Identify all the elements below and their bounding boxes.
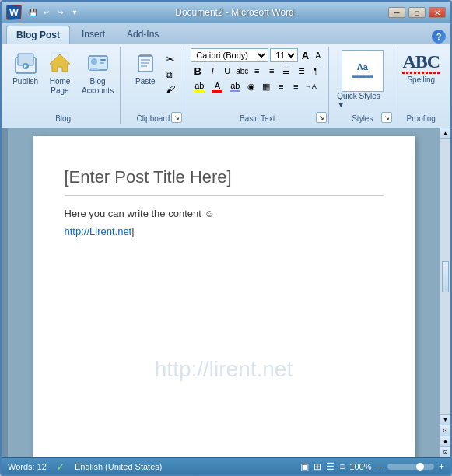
scroll-buttons: ▲ ▼ ⊙ ● ⊙: [440, 128, 450, 457]
document-page: [Enter Post Title Here] Here you can wri…: [33, 136, 415, 457]
publish-button[interactable]: Publish: [9, 48, 42, 89]
scroll-up-button[interactable]: ▲: [440, 128, 450, 139]
document-container: [Enter Post Title Here] Here you can wri…: [2, 128, 450, 457]
watermark: http://lirent.net: [155, 357, 293, 382]
basic-text-expand-button[interactable]: ↘: [316, 112, 327, 123]
cut-icon: ✂: [166, 53, 175, 65]
font-name-row: Calibri (Body) 11 A A: [191, 48, 324, 62]
title-bar-left: W 💾 ↩ ↪ ▼: [6, 5, 81, 20]
svg-point-9: [91, 58, 97, 65]
zoom-decrease-button[interactable]: ─: [376, 461, 383, 472]
bold-button[interactable]: B: [191, 64, 205, 78]
scroll-track-bottom: [440, 294, 450, 415]
paste-label: Paste: [135, 77, 156, 86]
format-painter-button[interactable]: 🖌: [163, 82, 177, 96]
clipboard-small-btns: ✂ ⧉ 🖌: [163, 48, 177, 96]
clipboard-expand-button[interactable]: ↘: [171, 112, 182, 123]
scroll-down-button[interactable]: ▼: [440, 414, 450, 425]
blog-group-label: Blog: [6, 114, 120, 123]
text-effect-button[interactable]: ab: [226, 79, 244, 93]
copy-button[interactable]: ⧉: [163, 68, 177, 82]
word-count: Words: 12: [8, 462, 47, 471]
home-page-icon: [47, 51, 72, 75]
maximize-button[interactable]: □: [408, 7, 426, 18]
styles-group: Aa ▬▬▬ Quick Styles ▼ Styles ↘: [331, 47, 394, 124]
italic-button[interactable]: I: [205, 64, 219, 78]
format-row: B I U abc ≡ ≡ ☰ ≣ ¶: [191, 64, 324, 78]
zoom-increase-button[interactable]: +: [439, 461, 444, 472]
paste-button[interactable]: Paste: [129, 48, 162, 89]
color-row: ab A ab ◉ ▦ ≡ ≡ ↔: [191, 79, 324, 93]
list-button[interactable]: ☰: [279, 64, 293, 78]
minimize-button[interactable]: ─: [388, 7, 405, 18]
status-bar: Words: 12 ✓ English (United States) ▣ ⊞ …: [2, 457, 450, 474]
svg-text:W: W: [9, 8, 19, 19]
spellcheck-icon: ✓: [56, 460, 65, 473]
decrease-font-button[interactable]: A: [313, 48, 324, 62]
increase-font-button[interactable]: A: [300, 48, 310, 62]
align-left-button[interactable]: ≡: [250, 64, 264, 78]
spelling-label: Spelling: [407, 75, 435, 84]
application-window: W 💾 ↩ ↪ ▼ Document2 - Microsoft Word ─ □…: [0, 0, 452, 476]
center-align2-button[interactable]: ≡: [274, 79, 288, 93]
underline-button[interactable]: U: [220, 64, 234, 78]
font-size-select[interactable]: 11: [270, 48, 298, 62]
font-name-select[interactable]: Calibri (Body): [191, 48, 268, 62]
shading-button[interactable]: ◉: [244, 79, 258, 93]
proofing-group: ABC Spelling Proofing: [396, 47, 446, 124]
save-quick-btn[interactable]: 💾: [26, 6, 39, 19]
spelling-button[interactable]: ABC Spelling: [400, 48, 442, 86]
next-page-button[interactable]: ⊙: [440, 446, 450, 457]
borders-button[interactable]: ▦: [259, 79, 273, 93]
format-painter-icon: 🖌: [166, 84, 175, 95]
right-align-button[interactable]: ≡: [289, 79, 303, 93]
clipboard-group: Paste ✂ ⧉ 🖌 Clip: [122, 47, 184, 124]
tab-add-ins[interactable]: Add-Ins: [117, 25, 169, 44]
post-title-placeholder: [Enter Post Title Here]: [65, 167, 384, 196]
view-draft-icon[interactable]: ≡: [339, 461, 345, 472]
view-normal-icon[interactable]: ▣: [300, 461, 309, 472]
indent-button[interactable]: ≣: [294, 64, 308, 78]
tab-blog-post[interactable]: Blog Post: [6, 26, 70, 44]
home-page-button[interactable]: HomePage: [44, 48, 76, 98]
styles-expand-button[interactable]: ↘: [381, 112, 392, 123]
spelling-icon: ABC: [402, 51, 440, 72]
expand-text-button[interactable]: ↔A: [303, 79, 317, 93]
doc-link[interactable]: http://Lirent.net: [65, 226, 135, 237]
help-button[interactable]: ?: [432, 30, 446, 44]
highlight-button[interactable]: ab: [191, 79, 208, 93]
document-scroll-area[interactable]: [Enter Post Title Here] Here you can wri…: [8, 128, 440, 457]
undo-quick-btn[interactable]: ↩: [40, 6, 53, 19]
window-title: Document2 - Microsoft Word: [175, 7, 294, 18]
svg-rect-11: [100, 62, 104, 64]
svg-rect-16: [141, 65, 147, 67]
doc-content-text: Here you can write the content ☺: [65, 208, 384, 219]
quick-styles-button[interactable]: Aa ▬▬▬ Quick Styles ▼: [335, 48, 389, 110]
app-icon: W: [6, 5, 22, 20]
view-web-icon[interactable]: ⊞: [314, 461, 321, 472]
language-indicator: English (United States): [75, 462, 163, 471]
font-color-button[interactable]: A: [208, 79, 226, 93]
close-button[interactable]: ✕: [429, 7, 446, 18]
scroll-thumb[interactable]: [442, 261, 449, 292]
prev-page-button[interactable]: ⊙: [440, 425, 450, 436]
svg-rect-10: [100, 59, 106, 61]
quick-access-more[interactable]: ▼: [68, 6, 81, 19]
cut-button[interactable]: ✂: [163, 51, 177, 67]
zoom-slider[interactable]: [387, 464, 434, 470]
quick-styles-label: Quick Styles ▼: [337, 92, 387, 109]
align-center-button[interactable]: ≡: [265, 64, 279, 78]
select-browse-button[interactable]: ●: [440, 436, 450, 446]
status-bar-right: ▣ ⊞ ☰ ≡ 100% ─ +: [300, 461, 444, 472]
quick-access-toolbar: 💾 ↩ ↪ ▼: [26, 6, 81, 19]
pilcrow-button[interactable]: ¶: [309, 64, 323, 78]
view-outline-icon[interactable]: ☰: [326, 461, 335, 472]
publish-icon: [13, 51, 38, 75]
strikethrough-button[interactable]: abc: [235, 64, 249, 78]
scroll-track: [440, 139, 450, 260]
tab-insert[interactable]: Insert: [72, 25, 115, 44]
ribbon-content: Publish HomePage: [2, 44, 450, 128]
blog-group: Publish HomePage: [6, 47, 121, 124]
blog-accounts-button[interactable]: BlogAccounts: [78, 48, 117, 98]
redo-quick-btn[interactable]: ↪: [54, 6, 67, 19]
